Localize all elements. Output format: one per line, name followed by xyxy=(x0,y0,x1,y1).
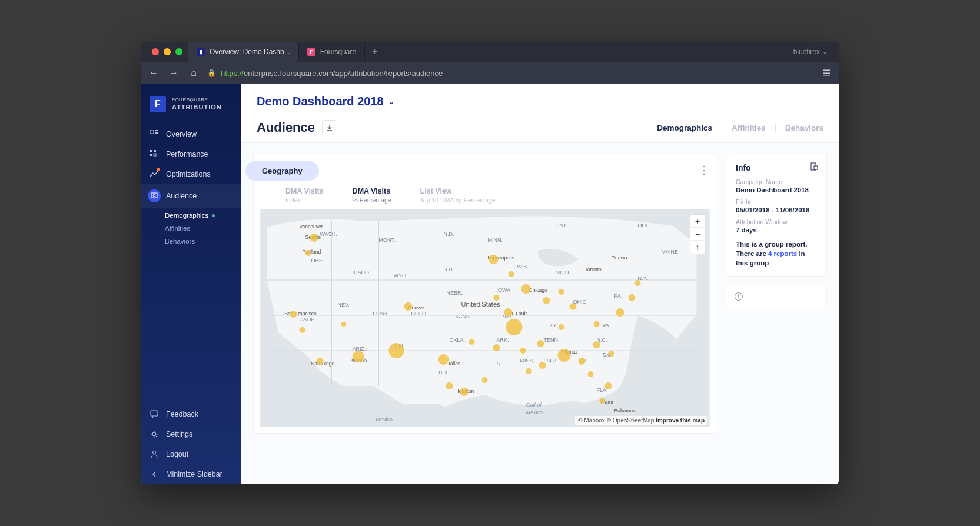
attr-window-value: 7 days xyxy=(736,227,818,234)
tab-demographics[interactable]: Demographics xyxy=(657,124,712,132)
svg-text:Mexico: Mexico xyxy=(526,410,543,415)
nav-minimize-sidebar[interactable]: Minimize Sidebar xyxy=(141,464,241,484)
map-canvas[interactable]: WASH. MONT. N.D. MINN. S.D. WIS. MICH. O… xyxy=(260,209,710,427)
audience-icon xyxy=(148,189,161,202)
nav-logout[interactable]: Logout xyxy=(141,444,241,464)
user-label: bluefirex xyxy=(793,48,820,56)
svg-text:WYO.: WYO. xyxy=(394,272,408,278)
svg-text:MONT.: MONT. xyxy=(379,237,396,243)
svg-text:MAINE: MAINE xyxy=(662,249,679,255)
map-tabs: DMA Visits Index DMA Visits % Percentage… xyxy=(254,154,716,209)
menu-button[interactable]: ☰ xyxy=(820,66,833,79)
improve-map-link[interactable]: Improve this map xyxy=(656,417,705,424)
browser-tab-1[interactable]: ▮ Overview: Demo Dashb... xyxy=(188,42,299,62)
svg-text:COLO.: COLO. xyxy=(411,311,428,317)
help-card[interactable]: i xyxy=(727,285,827,308)
subnav-behaviors[interactable]: Behaviors xyxy=(165,235,241,248)
svg-point-99 xyxy=(570,303,577,310)
svg-point-86 xyxy=(460,388,469,396)
map-tab-list-view[interactable]: List View Top 10 DMA by Percentage xyxy=(406,187,510,204)
tab-label: Overview: Demo Dashb... xyxy=(210,48,290,56)
svg-text:NEV.: NEV. xyxy=(338,302,350,308)
window-zoom[interactable] xyxy=(175,48,182,55)
svg-text:MISS.: MISS. xyxy=(520,358,535,364)
nav-performance[interactable]: Performance xyxy=(141,144,241,164)
url-path: enterprise.foursquare.com/app/attributio… xyxy=(244,69,443,78)
svg-point-113 xyxy=(526,368,532,374)
svg-point-91 xyxy=(494,295,500,301)
svg-point-106 xyxy=(616,308,624,317)
map-tab-dma-index[interactable]: DMA Visits Index xyxy=(271,187,338,204)
active-dot-icon xyxy=(212,214,215,217)
sub-label: Affinities xyxy=(165,225,190,232)
nav-overview[interactable]: Overview xyxy=(141,124,241,144)
svg-point-97 xyxy=(543,297,550,304)
svg-rect-0 xyxy=(150,130,154,134)
map-attribution: © Mapbox © OpenStreetMap Improve this ma… xyxy=(575,416,707,425)
zoom-in-button[interactable]: + xyxy=(690,215,705,228)
map-zoom-controls: + − ↑ xyxy=(690,214,705,254)
svg-point-114 xyxy=(469,339,475,345)
svg-text:Mexico: Mexico xyxy=(376,417,393,422)
main-header: Demo Dashboard 2018 ⌄ Audience Demograph… xyxy=(241,84,839,143)
svg-point-13 xyxy=(153,451,156,454)
nav-audience[interactable]: Audience xyxy=(141,184,241,208)
nav-label: Feedback xyxy=(166,410,198,418)
window-minimize[interactable] xyxy=(164,48,171,55)
chevron-down-icon: ⌄ xyxy=(822,48,828,56)
window-close[interactable] xyxy=(152,48,159,55)
reset-bearing-button[interactable]: ↑ xyxy=(690,241,705,254)
download-button[interactable] xyxy=(322,120,337,135)
svg-text:San Francisco: San Francisco xyxy=(285,311,317,317)
browser-tab-2[interactable]: F Foursquare xyxy=(299,42,365,62)
svg-text:N.D.: N.D. xyxy=(444,231,454,237)
svg-text:MICH.: MICH. xyxy=(556,269,571,275)
svg-text:KANS.: KANS. xyxy=(456,314,471,319)
card-menu-button[interactable]: ⋮ xyxy=(699,164,709,177)
group-text-2: There are 4 reports in this group xyxy=(736,249,818,268)
document-icon[interactable] xyxy=(810,162,818,172)
browser-window: ▮ Overview: Demo Dashb... F Foursquare +… xyxy=(141,42,839,484)
info-column: Info Campaign Name: Demo Dashboard 2018 … xyxy=(727,154,827,434)
tab-behaviors[interactable]: Behaviors xyxy=(775,124,823,132)
back-button[interactable]: ← xyxy=(147,66,160,79)
svg-point-104 xyxy=(609,351,614,357)
url-field[interactable]: 🔒 https://enterprise.foursquare.com/app/… xyxy=(207,69,813,78)
group-text-1: This is a group report. xyxy=(736,239,818,249)
nav-label: Overview xyxy=(166,130,197,138)
new-tab-button[interactable]: + xyxy=(365,46,384,57)
svg-point-75 xyxy=(310,234,318,242)
svg-rect-4 xyxy=(154,150,156,152)
tab-affinities[interactable]: Affinities xyxy=(722,124,766,132)
svg-text:MINN.: MINN. xyxy=(488,237,503,243)
svg-text:Gulf of: Gulf of xyxy=(526,402,543,408)
forward-button[interactable]: → xyxy=(167,66,180,79)
home-button[interactable]: ⌂ xyxy=(187,66,200,79)
section-pill: Geography xyxy=(245,161,319,181)
nav-feedback[interactable]: Feedback xyxy=(141,404,241,424)
svg-text:OKLA.: OKLA. xyxy=(450,337,466,343)
svg-text:Dallas: Dallas xyxy=(447,361,461,367)
zoom-out-button[interactable]: − xyxy=(690,228,705,241)
subnav-demographics[interactable]: Demographics xyxy=(165,209,241,222)
page-tabs: Demographics Affinities Behaviors xyxy=(657,124,823,132)
svg-point-95 xyxy=(520,348,526,354)
reports-link[interactable]: 4 reports xyxy=(768,250,797,257)
svg-point-100 xyxy=(559,324,564,330)
browser-user-menu[interactable]: bluefirex ⌄ xyxy=(788,48,834,56)
nav-label: Performance xyxy=(166,150,208,158)
svg-point-103 xyxy=(593,341,600,348)
subnav-affinities[interactable]: Affinities xyxy=(165,222,241,235)
dashboard-selector[interactable]: Demo Dashboard 2018 ⌄ xyxy=(257,95,823,108)
nav-settings[interactable]: Settings xyxy=(141,424,241,444)
svg-text:Portland: Portland xyxy=(303,249,321,255)
chart-favicon-icon: ▮ xyxy=(197,48,205,56)
svg-point-89 xyxy=(509,271,514,277)
nav-optimizations[interactable]: Optimizations xyxy=(141,164,241,184)
svg-text:Toronto: Toronto xyxy=(585,267,602,272)
svg-point-98 xyxy=(559,289,564,295)
svg-rect-116 xyxy=(814,166,818,169)
svg-point-81 xyxy=(353,351,364,362)
map-tab-dma-percentage[interactable]: DMA Visits % Percentage xyxy=(338,187,406,204)
campaign-label: Campaign Name: xyxy=(736,178,818,185)
